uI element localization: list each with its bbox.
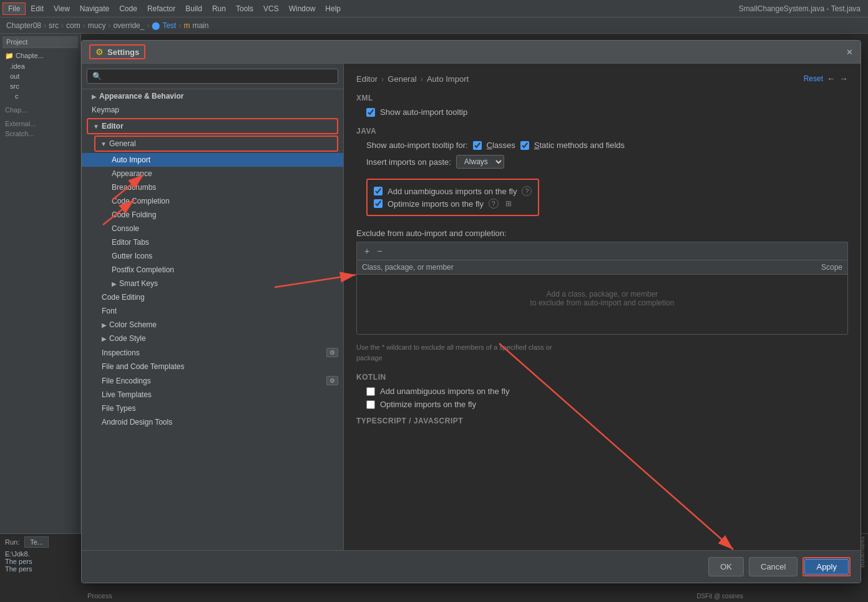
java-optimize-imports-help-icon[interactable]: ? <box>489 199 499 209</box>
bc-src[interactable]: src <box>49 21 59 30</box>
add-unambiguous-row: Add unambiguous imports on the fly ? <box>374 186 532 196</box>
menu-vcs[interactable]: VCS <box>258 3 284 14</box>
settings-title-tab: ⚙ Settings <box>89 44 145 59</box>
tree-item-breadcrumbs[interactable]: Breadcrumbs <box>82 180 343 194</box>
xml-show-tooltip-label[interactable]: Show auto-import tooltip <box>380 107 467 117</box>
tree-item-color-scheme[interactable]: ▶Color Scheme <box>82 318 343 332</box>
tree-item-code-editing[interactable]: Code Editing <box>82 290 343 304</box>
exclude-table-placeholder: Add a class, package, or member to exclu… <box>357 275 847 322</box>
run-label: Run: <box>5 538 19 546</box>
exclude-table: Class, package, or member Scope Add a cl… <box>356 260 848 335</box>
exclude-section: Exclude from auto-import and completion:… <box>356 229 848 335</box>
java-optimize-imports-label[interactable]: Optimize imports on the fly <box>388 199 484 209</box>
tree-item-gutter-icons[interactable]: Gutter Icons <box>82 249 343 263</box>
tree-item-editor[interactable]: ▼ Editor <box>88 119 337 133</box>
insert-imports-select[interactable]: Always Ask Never <box>456 155 504 169</box>
tree-item-postfix-completion[interactable]: Postfix Completion <box>82 263 343 277</box>
settings-forward-btn[interactable]: → <box>839 74 848 84</box>
menu-window[interactable]: Window <box>284 3 321 14</box>
bc-chapter[interactable]: Chapter08 <box>6 21 41 30</box>
menu-navigate[interactable]: Navigate <box>75 3 114 14</box>
tree-item-appearance-behavior[interactable]: ▶ Appearance & Behavior <box>82 89 343 103</box>
bc-com[interactable]: com <box>66 21 80 30</box>
xml-show-tooltip-row: Show auto-import tooltip <box>366 107 848 117</box>
kotlin-add-unambiguous-checkbox[interactable] <box>366 387 375 396</box>
ok-btn[interactable]: OK <box>708 557 744 576</box>
kotlin-add-unambiguous-label[interactable]: Add unambiguous imports on the fly <box>380 387 509 396</box>
breadcrumb-bar: Chapter08 › src › com › mucy › override_… <box>0 17 868 34</box>
exclude-remove-btn[interactable]: − <box>374 245 384 257</box>
exclude-table-header: Class, package, or member Scope <box>357 260 847 275</box>
java-classes-label[interactable]: Classes <box>487 141 515 150</box>
java-tooltip-for-label: Show auto-import tooltip for: <box>366 141 468 150</box>
tree-item-file-encodings[interactable]: File Encodings⚙ <box>82 373 343 388</box>
kotlin-optimize-imports-checkbox[interactable] <box>366 400 375 409</box>
tree-item-console[interactable]: Console <box>82 222 343 235</box>
tree-item-file-code-templates[interactable]: File and Code Templates <box>82 360 343 373</box>
java-optimize-imports-config-icon[interactable]: ⊞ <box>504 199 514 209</box>
kotlin-section-label: Kotlin <box>356 373 848 382</box>
java-static-methods-label[interactable]: Static methods and fields <box>534 141 625 150</box>
tree-item-appearance[interactable]: Appearance <box>82 167 343 180</box>
apply-btn[interactable]: Apply <box>804 559 849 575</box>
menu-edit[interactable]: Edit <box>26 3 49 14</box>
settings-bc-general: General <box>388 74 416 84</box>
bc-test[interactable]: Test <box>162 21 176 30</box>
insert-imports-label: Insert imports on paste: <box>366 157 451 167</box>
wildcard-note: Use the * wildcard to exclude all member… <box>356 342 848 363</box>
java-optimize-imports-checkbox[interactable] <box>374 199 383 208</box>
menu-view[interactable]: View <box>49 3 75 14</box>
settings-search-input[interactable] <box>87 69 338 84</box>
xml-show-tooltip-checkbox[interactable] <box>366 108 375 117</box>
java-add-unambiguous-help-icon[interactable]: ? <box>522 186 532 196</box>
java-add-unambiguous-label[interactable]: Add unambiguous imports on the fly <box>388 187 517 196</box>
bc-override[interactable]: override_ <box>113 21 144 30</box>
tree-item-android-design-tools[interactable]: Android Design Tools <box>82 415 343 429</box>
java-classes-checkbox[interactable] <box>473 141 482 150</box>
java-add-unambiguous-checkbox[interactable] <box>374 187 383 195</box>
xml-section-label: XML <box>356 94 848 102</box>
tree-item-code-completion[interactable]: Code Completion <box>82 194 343 208</box>
general-section-outline: ▼ General <box>94 136 338 152</box>
exclude-col-class: Class, package, or member <box>362 263 792 272</box>
cancel-btn[interactable]: Cancel <box>749 557 797 576</box>
tree-item-code-style[interactable]: ▶Code Style <box>82 332 343 345</box>
exclude-add-btn[interactable]: + <box>362 245 372 257</box>
settings-dialog: ⚙ Settings ✕ ▶ Appearance & Behavior Key… <box>81 40 861 583</box>
menu-code[interactable]: Code <box>114 3 142 14</box>
settings-bc-auto-import: Auto Import <box>427 74 469 84</box>
settings-icon: ⚙ <box>95 47 104 57</box>
menu-file[interactable]: File <box>2 2 26 15</box>
tree-item-font[interactable]: Font <box>82 304 343 318</box>
menu-build[interactable]: Build <box>180 3 207 14</box>
bc-mucy[interactable]: mucy <box>88 21 106 30</box>
tree-item-general[interactable]: ▼ General <box>95 137 337 150</box>
dialog-close-btn[interactable]: ✕ <box>846 47 853 57</box>
menu-help[interactable]: Help <box>320 3 346 14</box>
editor-section-outline: ▼ Editor <box>87 118 338 134</box>
tree-item-code-folding[interactable]: Code Folding <box>82 208 343 222</box>
run-tab[interactable]: Te... <box>24 536 49 548</box>
tree-item-inspections[interactable]: Inspections⚙ <box>82 345 343 360</box>
menu-run[interactable]: Run <box>207 3 231 14</box>
bc-main-icon: m <box>183 21 190 30</box>
settings-breadcrumb: Editor › General › Auto Import Reset ← → <box>356 74 848 84</box>
menu-refactor[interactable]: Refactor <box>142 3 180 14</box>
tree-item-live-templates[interactable]: Live Templates <box>82 388 343 402</box>
insert-imports-row: Insert imports on paste: Always Ask Neve… <box>366 155 848 169</box>
tree-item-auto-import[interactable]: Auto Import <box>82 153 343 167</box>
kotlin-optimize-imports-label[interactable]: Optimize imports on the fly <box>380 400 476 409</box>
menu-tools[interactable]: Tools <box>231 3 258 14</box>
java-static-methods-checkbox[interactable] <box>520 141 529 150</box>
tree-item-keymap[interactable]: Keymap <box>82 103 343 117</box>
bc-main[interactable]: main <box>192 21 208 30</box>
kotlin-optimize-imports-row: Optimize imports on the fly <box>366 400 848 409</box>
settings-back-btn[interactable]: ← <box>827 74 836 84</box>
tree-item-smart-keys[interactable]: ▶Smart Keys <box>82 277 343 290</box>
tree-item-editor-tabs[interactable]: Editor Tabs <box>82 235 343 249</box>
java-checkboxes-highlighted: Add unambiguous imports on the fly ? Opt… <box>366 179 539 216</box>
tree-item-file-types[interactable]: File Types <box>82 402 343 415</box>
dialog-footer: OK Cancel Apply <box>82 550 861 583</box>
settings-reset-btn[interactable]: Reset <box>804 74 823 83</box>
exclude-toolbar: + − <box>356 242 848 260</box>
